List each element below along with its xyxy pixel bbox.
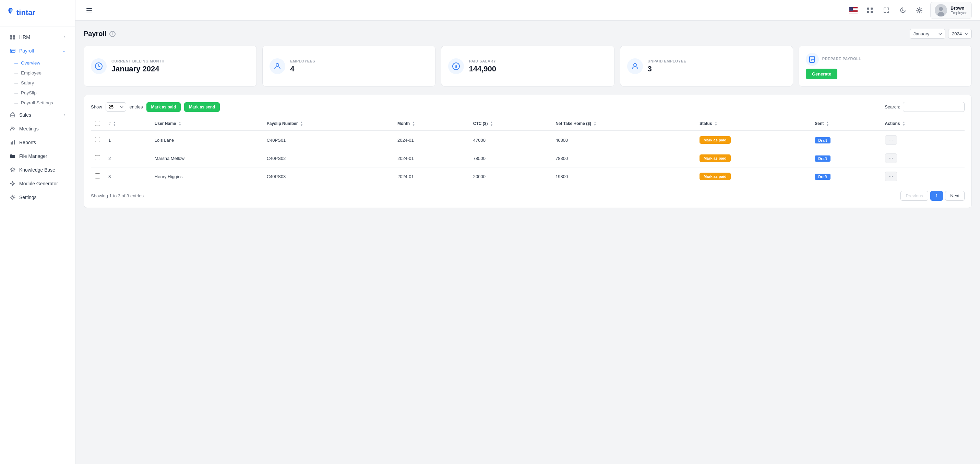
- entries-select[interactable]: 2550100: [106, 102, 126, 112]
- row-actions-button[interactable]: ···: [885, 172, 897, 181]
- sidebar-nav: HRM › Payroll ⌄ Overview Employee Salary…: [0, 26, 75, 464]
- topbar-right: Brown Employee: [848, 2, 972, 19]
- sidebar-item-salary[interactable]: Salary: [14, 78, 75, 88]
- sidebar-item-file-manager[interactable]: File Manager: [3, 150, 72, 163]
- stat-card-unpaid-employee: UNPAID EMPLOYEE 3: [620, 46, 793, 86]
- svg-rect-28: [850, 12, 858, 13]
- stat-label-paid-salary: PAID SALARY: [469, 59, 607, 63]
- user-profile[interactable]: Brown Employee: [930, 2, 972, 19]
- sort-sent-icon[interactable]: ▲▼: [826, 121, 829, 127]
- sidebar-item-meetings[interactable]: Meetings: [3, 122, 72, 135]
- row-mark-paid-button[interactable]: Mark as paid: [700, 173, 731, 180]
- search-label: Search:: [885, 104, 900, 110]
- svg-rect-30: [867, 8, 869, 10]
- sidebar-item-settings[interactable]: Settings: [3, 191, 72, 204]
- row-net-take-home: 19800: [551, 167, 695, 186]
- sidebar-item-payroll[interactable]: Payroll ⌄: [3, 44, 72, 57]
- sidebar-item-knowledge-base[interactable]: Knowledge Base: [3, 163, 72, 176]
- sort-ctc-icon[interactable]: ▲▼: [490, 121, 493, 127]
- row-mark-paid-button[interactable]: Mark as paid: [700, 136, 731, 144]
- row-checkbox-2[interactable]: [95, 173, 100, 179]
- stats-grid: CURRENT BILLING MONTH January 2024 EMPLO…: [84, 46, 972, 86]
- user-name: Brown: [950, 5, 967, 11]
- page-title-row: Payroll i: [84, 30, 116, 38]
- svg-rect-27: [850, 11, 858, 11]
- dark-mode-icon[interactable]: [897, 5, 908, 16]
- topbar: Brown Employee: [75, 0, 980, 21]
- logo[interactable]: tintar: [0, 0, 75, 26]
- row-actions-button[interactable]: ···: [885, 135, 897, 145]
- month-filter[interactable]: JanuaryFebruaryMarch AprilMayJune JulyAu…: [910, 29, 945, 39]
- row-actions-button[interactable]: ···: [885, 153, 897, 163]
- sort-actions-icon[interactable]: ▲▼: [902, 121, 905, 127]
- table-row: 3 Henry Higgins C40PS03 2024-01 20000 19…: [91, 167, 964, 186]
- col-sent: Sent ▲▼: [811, 117, 881, 131]
- svg-point-18: [10, 183, 11, 184]
- sidebar-item-payslip[interactable]: PaySlip: [14, 88, 75, 98]
- svg-text:tintar: tintar: [16, 8, 35, 17]
- year-filter[interactable]: 202320242025: [948, 29, 972, 39]
- topbar-settings-icon[interactable]: [914, 5, 925, 16]
- stat-content-employees: EMPLOYEES 4: [290, 59, 428, 73]
- row-status: Mark as paid: [695, 131, 811, 149]
- row-username: Henry Higgins: [151, 167, 262, 186]
- row-mark-paid-button[interactable]: Mark as paid: [700, 155, 731, 162]
- sidebar-item-sales[interactable]: Sales ›: [3, 108, 72, 121]
- sort-month-icon[interactable]: ▲▼: [412, 121, 415, 127]
- previous-button[interactable]: Previous: [900, 191, 928, 201]
- filter-row: JanuaryFebruaryMarch AprilMayJune JulyAu…: [910, 29, 972, 39]
- svg-point-42: [634, 64, 636, 66]
- search-input[interactable]: [903, 102, 964, 112]
- stat-content-prepare-payroll: PREPARE PAYROLL: [822, 57, 861, 62]
- sidebar-item-module-generator[interactable]: Module Generator: [3, 177, 72, 190]
- sort-status-icon[interactable]: ▲▼: [714, 121, 718, 127]
- row-checkbox-cell: [91, 167, 104, 186]
- sort-num-icon[interactable]: ▲▼: [113, 121, 116, 127]
- next-button[interactable]: Next: [945, 191, 964, 201]
- stat-content-unpaid-employee: UNPAID EMPLOYEE 3: [648, 59, 786, 73]
- sort-net-icon[interactable]: ▲▼: [593, 121, 596, 127]
- sidebar-item-employee[interactable]: Employee: [14, 68, 75, 78]
- sidebar-item-payroll-settings[interactable]: Payroll Settings: [14, 98, 75, 108]
- sidebar-item-hrm[interactable]: HRM ›: [3, 30, 72, 44]
- table-toolbar: Show 2550100 entries Mark as paid Mark a…: [91, 102, 964, 112]
- row-ctc: 47000: [469, 131, 551, 149]
- row-net-take-home: 46800: [551, 131, 695, 149]
- col-net-take-home: Net Take Home ($) ▲▼: [551, 117, 695, 131]
- row-ctc: 78500: [469, 149, 551, 167]
- draft-badge: Draft: [815, 174, 830, 180]
- sidebar-item-reports[interactable]: Reports: [3, 136, 72, 149]
- row-checkbox-0[interactable]: [95, 137, 100, 142]
- fullscreen-icon[interactable]: [881, 5, 892, 16]
- mark-as-paid-button[interactable]: Mark as paid: [146, 102, 181, 112]
- generate-button[interactable]: Generate: [806, 69, 837, 79]
- page-1-button[interactable]: 1: [930, 191, 943, 201]
- mark-as-send-button[interactable]: Mark as send: [184, 102, 220, 112]
- menu-toggle-button[interactable]: [84, 5, 95, 16]
- col-status: Status ▲▼: [695, 117, 811, 131]
- language-selector[interactable]: [848, 5, 859, 16]
- select-all-checkbox[interactable]: [95, 121, 100, 126]
- sort-username-icon[interactable]: ▲▼: [179, 121, 181, 127]
- sidebar-item-overview[interactable]: Overview: [14, 58, 75, 68]
- stat-card-prepare-payroll: PREPARE PAYROLL Generate: [799, 46, 972, 86]
- briefcase-icon: [10, 112, 16, 118]
- folder-icon: [10, 153, 16, 159]
- sort-payslip-icon[interactable]: ▲▼: [301, 121, 303, 127]
- pagination: Previous 1 Next: [900, 191, 964, 201]
- graduation-icon: [10, 167, 16, 173]
- content-area: Payroll i JanuaryFebruaryMarch AprilMayJ…: [75, 21, 980, 464]
- stat-card-paid-salary: $ PAID SALARY 144,900: [441, 46, 614, 86]
- apps-icon[interactable]: [864, 5, 875, 16]
- sidebar-item-meetings-label: Meetings: [19, 126, 39, 131]
- row-num: 2: [104, 149, 151, 167]
- info-icon[interactable]: i: [110, 31, 116, 37]
- payroll-subnav: Overview Employee Salary PaySlip Payroll…: [0, 58, 75, 108]
- svg-point-39: [276, 64, 279, 66]
- stat-value-employees: 4: [290, 65, 428, 73]
- chevron-down-icon: ⌄: [62, 48, 65, 53]
- calendar-icon: [91, 58, 107, 74]
- svg-point-36: [939, 7, 943, 11]
- row-checkbox-1[interactable]: [95, 155, 100, 160]
- col-ctc: CTC ($) ▲▼: [469, 117, 551, 131]
